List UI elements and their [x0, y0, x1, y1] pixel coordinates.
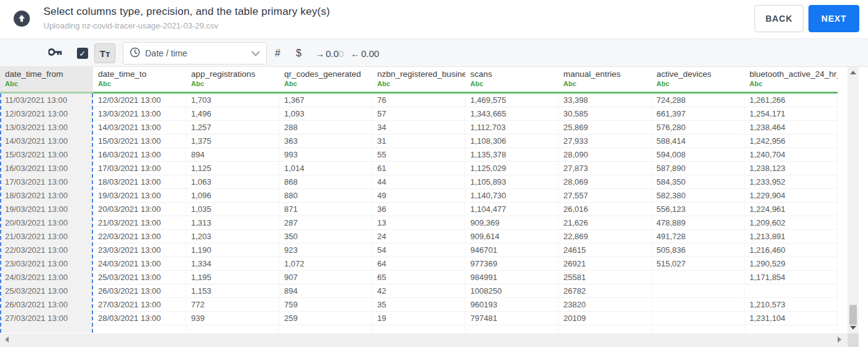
table-cell[interactable]: 1,125: [186, 162, 279, 175]
table-cell[interactable]: 724,288: [651, 94, 745, 107]
table-cell[interactable]: [651, 298, 745, 312]
table-cell[interactable]: 61: [372, 162, 465, 175]
table-cell[interactable]: 28/03/2021 13:00: [93, 312, 186, 325]
table-cell[interactable]: 12/03/2021 13:00: [93, 94, 186, 107]
table-cell[interactable]: [465, 325, 558, 333]
table-cell[interactable]: 13/03/2021 13:00: [93, 107, 186, 121]
table-cell[interactable]: 984991: [465, 271, 558, 284]
table-cell[interactable]: 18/03/2021 13:00: [0, 189, 93, 203]
table-cell[interactable]: [279, 325, 372, 333]
table-cell[interactable]: 1,112,703: [465, 121, 558, 134]
table-cell[interactable]: [186, 325, 279, 333]
table-cell[interactable]: 871: [279, 203, 372, 216]
table-cell[interactable]: 42: [372, 284, 465, 298]
table-cell[interactable]: 28,069: [558, 175, 651, 189]
table-cell[interactable]: 1,213,891: [745, 230, 838, 244]
table-cell[interactable]: 923: [279, 244, 372, 257]
scroll-left-icon[interactable]: [5, 336, 9, 343]
table-cell[interactable]: 582,380: [651, 189, 745, 203]
table-cell[interactable]: 30,585: [558, 107, 651, 121]
table-cell[interactable]: 27,933: [558, 134, 651, 148]
column-header-date_time_from[interactable]: date_time_fromAbc: [0, 67, 93, 92]
table-cell[interactable]: 28,090: [558, 148, 651, 162]
table-cell[interactable]: [651, 271, 745, 284]
table-cell[interactable]: 1,343,665: [465, 107, 558, 121]
table-cell[interactable]: 24615: [558, 244, 651, 257]
table-cell[interactable]: [0, 325, 93, 333]
number-type-button[interactable]: #: [275, 48, 280, 59]
table-cell[interactable]: 13: [372, 216, 465, 230]
include-column-checkbox[interactable]: ✓: [77, 48, 88, 59]
primary-key-button[interactable]: [48, 39, 62, 68]
column-header-date_time_to[interactable]: date_time_toAbc: [93, 67, 186, 92]
table-cell[interactable]: 23820: [558, 298, 651, 312]
table-cell[interactable]: 797481: [465, 312, 558, 325]
table-cell[interactable]: 14/03/2021 13:00: [93, 121, 186, 134]
table-cell[interactable]: [745, 325, 838, 333]
table-cell[interactable]: 27,557: [558, 189, 651, 203]
table-cell[interactable]: 1,238,123: [745, 162, 838, 175]
next-button[interactable]: NEXT: [808, 5, 859, 32]
table-cell[interactable]: 491,728: [651, 230, 745, 244]
table-cell[interactable]: 1,035: [186, 203, 279, 216]
table-cell[interactable]: 515,027: [651, 257, 745, 271]
table-cell[interactable]: 17/03/2021 13:00: [93, 162, 186, 175]
table-cell[interactable]: 1,231,104: [745, 312, 838, 325]
table-cell[interactable]: 23/03/2021 13:00: [0, 257, 93, 271]
table-cell[interactable]: 26,016: [558, 203, 651, 216]
back-button[interactable]: BACK: [754, 5, 803, 32]
table-cell[interactable]: 20109: [558, 312, 651, 325]
table-cell[interactable]: 16/03/2021 13:00: [93, 148, 186, 162]
currency-type-button[interactable]: $: [296, 48, 302, 59]
table-cell[interactable]: 33,398: [558, 94, 651, 107]
table-cell[interactable]: 907: [279, 271, 372, 284]
table-cell[interactable]: 22,869: [558, 230, 651, 244]
table-cell[interactable]: 26782: [558, 284, 651, 298]
table-cell[interactable]: 1,104,477: [465, 203, 558, 216]
table-cell[interactable]: 19/03/2021 13:00: [93, 189, 186, 203]
table-cell[interactable]: 1,105,893: [465, 175, 558, 189]
table-cell[interactable]: 15/03/2021 13:00: [93, 134, 186, 148]
table-cell[interactable]: 1,190: [186, 244, 279, 257]
table-cell[interactable]: 576,280: [651, 121, 745, 134]
table-cell[interactable]: 26/03/2021 13:00: [0, 298, 93, 312]
table-cell[interactable]: 22/03/2021 13:00: [93, 230, 186, 244]
table-cell[interactable]: 880: [279, 189, 372, 203]
table-cell[interactable]: 35: [372, 298, 465, 312]
table-cell[interactable]: 1,334: [186, 257, 279, 271]
table-cell[interactable]: 993: [279, 148, 372, 162]
table-cell[interactable]: 65: [372, 271, 465, 284]
table-cell[interactable]: 977369: [465, 257, 558, 271]
table-cell[interactable]: [558, 325, 651, 333]
table-cell[interactable]: 49: [372, 189, 465, 203]
table-cell[interactable]: 939: [186, 312, 279, 325]
table-cell[interactable]: 1,703: [186, 94, 279, 107]
table-cell[interactable]: 19: [372, 312, 465, 325]
table-cell[interactable]: 772: [186, 298, 279, 312]
table-cell[interactable]: 31: [372, 134, 465, 148]
vertical-scrollbar[interactable]: [848, 67, 859, 333]
table-cell[interactable]: [745, 284, 838, 298]
table-cell[interactable]: 34: [372, 121, 465, 134]
scroll-right-icon[interactable]: [838, 336, 841, 343]
table-cell[interactable]: 1008250: [465, 284, 558, 298]
table-cell[interactable]: 1,240,704: [745, 148, 838, 162]
table-cell[interactable]: [93, 325, 186, 333]
table-cell[interactable]: 1,209,602: [745, 216, 838, 230]
table-cell[interactable]: 584,350: [651, 175, 745, 189]
table-cell[interactable]: 1,216,460: [745, 244, 838, 257]
table-cell[interactable]: 25,869: [558, 121, 651, 134]
table-cell[interactable]: 1,257: [186, 121, 279, 134]
table-cell[interactable]: 15/03/2021 13:00: [0, 148, 93, 162]
table-cell[interactable]: 13/03/2021 13:00: [0, 121, 93, 134]
column-type-dropdown[interactable]: Date / time: [123, 42, 267, 64]
table-cell[interactable]: 946701: [465, 244, 558, 257]
table-cell[interactable]: 1,313: [186, 216, 279, 230]
table-cell[interactable]: 909,369: [465, 216, 558, 230]
table-cell[interactable]: 287: [279, 216, 372, 230]
table-cell[interactable]: 25581: [558, 271, 651, 284]
table-cell[interactable]: 478,889: [651, 216, 745, 230]
table-cell[interactable]: [372, 325, 465, 333]
table-cell[interactable]: 960193: [465, 298, 558, 312]
scroll-down-icon[interactable]: [850, 326, 856, 330]
